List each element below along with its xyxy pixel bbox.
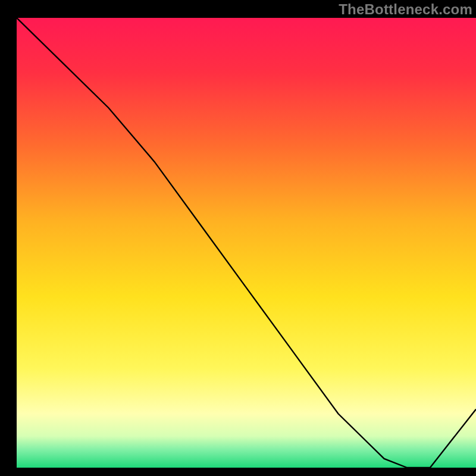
bottleneck-chart xyxy=(17,18,476,468)
chart-frame: TheBottleneck.com xyxy=(8,0,476,476)
plot-area xyxy=(17,18,476,468)
attribution-text: TheBottleneck.com xyxy=(339,1,472,18)
